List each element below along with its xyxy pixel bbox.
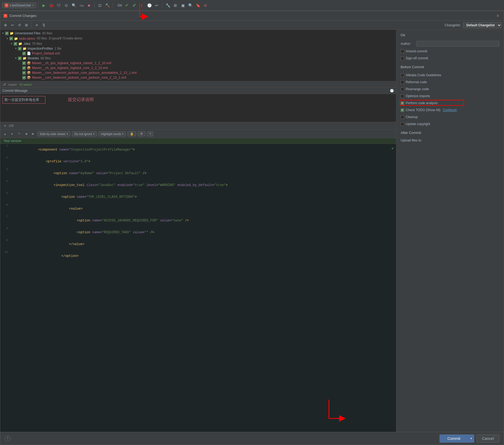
close-button[interactable]: ✕ bbox=[495, 13, 501, 19]
diff-edit-btn[interactable]: ✎ bbox=[16, 131, 22, 137]
project-dropdown-icon: ▾ bbox=[32, 4, 34, 7]
copyright-checkbox[interactable] bbox=[401, 122, 404, 126]
configure-link[interactable]: Configure bbox=[443, 108, 457, 112]
build-btn[interactable]: 🔨 bbox=[104, 2, 111, 9]
tree-count: 1 file bbox=[55, 47, 61, 50]
tree-item-maven1[interactable]: ▼ ✔ 📦 Maven__ch_qos_logback_logback_clas… bbox=[0, 61, 396, 65]
author-input[interactable] bbox=[416, 41, 499, 47]
split-btn[interactable]: ▣ bbox=[180, 2, 186, 9]
tree-item-libraries[interactable]: ▼ ✔ 📁 libraries 68 files bbox=[0, 56, 396, 61]
layout-btn[interactable]: ⊞ bbox=[172, 2, 179, 9]
tree-label: libraries bbox=[28, 56, 39, 60]
cleanup-checkbox[interactable] bbox=[401, 115, 404, 119]
commit-msg-header: Commit Message 🕐 bbox=[0, 88, 396, 94]
sort2-btn[interactable]: ⇅ bbox=[41, 22, 47, 28]
tree-arrow: ▼ bbox=[1, 32, 5, 35]
tree-item-redis-demo[interactable]: ▼ ✔ 📁 redis-demo 93 files D:\java学习\redi… bbox=[0, 36, 396, 41]
reformat-checkbox[interactable] bbox=[401, 81, 404, 84]
wrench-btn[interactable]: 🔧 bbox=[165, 2, 171, 9]
sign-off-checkbox[interactable] bbox=[401, 57, 404, 60]
changelist-label: Changelist: bbox=[445, 23, 461, 27]
changelist-select[interactable]: Default Changelist bbox=[463, 22, 502, 28]
highlight-select-btn[interactable]: Highlight words ▾ bbox=[99, 132, 126, 136]
sort-btn[interactable]: ≡ bbox=[34, 22, 40, 28]
checktodo-checkbox[interactable]: ✔ bbox=[401, 108, 404, 112]
git-label: Git: bbox=[117, 3, 122, 7]
ignore-select-btn[interactable]: Do not ignore ▾ bbox=[72, 132, 97, 136]
tree-checkbox[interactable]: ✔ bbox=[9, 37, 13, 40]
project-selector[interactable]: ✦ s.testSaveUser ▾ bbox=[2, 3, 36, 8]
commit-input-text[interactable]: 第一次提交到本地仓库 bbox=[2, 96, 45, 104]
tree-checkbox[interactable]: ✔ bbox=[22, 52, 26, 55]
tree-checkbox[interactable]: ✔ bbox=[22, 76, 26, 79]
line-content-2: <profile version="1.0"> bbox=[10, 156, 396, 167]
diff-content[interactable]: ✔ 1 <component name="InspectionProjectPr… bbox=[0, 144, 396, 432]
commit-button[interactable]: Commit bbox=[440, 435, 468, 443]
commit-dropdown-button[interactable]: ▾ bbox=[468, 435, 474, 443]
git-rollback-btn[interactable]: ↩ bbox=[154, 2, 160, 9]
help-button[interactable]: ? bbox=[5, 436, 10, 442]
branch-name: master bbox=[8, 83, 17, 86]
ant-btn[interactable]: 🐜 bbox=[78, 2, 85, 9]
tree-checkbox[interactable]: ✔ bbox=[22, 71, 26, 75]
profile-btn[interactable]: ⊙ bbox=[63, 2, 70, 9]
diff-collapse-btn[interactable]: ▼ bbox=[2, 123, 8, 129]
diff-prev-btn[interactable]: ◀ bbox=[23, 131, 29, 137]
code-line-4: 4 <inspection_tool class="JavaDoc" enabl… bbox=[0, 179, 396, 191]
tree-item-maven3[interactable]: ▼ ✔ 📦 Maven__com_fasterxml_jackson_core_… bbox=[0, 70, 396, 75]
bookmark-btn[interactable]: 🔖 bbox=[195, 2, 201, 9]
rearrange-checkbox[interactable] bbox=[401, 87, 404, 91]
git-green-check-btn[interactable]: ✔ bbox=[131, 2, 137, 9]
branch-icon: ⎇ bbox=[2, 83, 6, 86]
diff-next-btn[interactable]: ▶ bbox=[30, 131, 36, 137]
lock-btn[interactable]: 🔒 bbox=[128, 131, 136, 136]
git-section-title: Git bbox=[401, 33, 499, 37]
code-line-1: 1 <component name="InspectionProjectProf… bbox=[0, 144, 396, 156]
tree-checkbox[interactable]: ✔ bbox=[18, 57, 21, 60]
settings-btn[interactable]: ⚙ bbox=[138, 131, 145, 136]
magnify-btn[interactable]: 🔍 bbox=[187, 2, 194, 9]
folder-icon: 📁 bbox=[23, 47, 27, 50]
expand-all-btn[interactable]: ⊞ bbox=[23, 22, 29, 28]
git-check-btn[interactable]: ✔ bbox=[124, 2, 130, 9]
optimize-checkbox[interactable] bbox=[401, 94, 404, 98]
tree-checkbox[interactable]: ✔ bbox=[18, 47, 21, 50]
tree-checkbox[interactable]: ✔ bbox=[14, 42, 17, 46]
diff-title: Diff bbox=[9, 124, 14, 128]
tree-checkbox[interactable]: ✔ bbox=[22, 66, 26, 70]
perform-checkbox[interactable]: ✔ bbox=[401, 101, 404, 105]
search-btn[interactable]: 🔍 bbox=[71, 2, 77, 9]
run-btn[interactable]: ▶ bbox=[41, 2, 47, 9]
diff-up-btn[interactable]: ▲ bbox=[2, 131, 8, 137]
coverage2-btn[interactable]: ⊡ bbox=[97, 2, 103, 9]
tree-item-project-default[interactable]: ▼ ✔ 📄 Project_Default.xml bbox=[0, 51, 396, 56]
cancel-button[interactable]: Cancel bbox=[476, 435, 499, 443]
code-line-8: 8 <option name="REQUIRED_TAGS" value="" … bbox=[0, 227, 396, 238]
tree-item-idea[interactable]: ▼ ✔ 📁 .idea 75 files bbox=[0, 41, 396, 46]
tree-count: 75 files bbox=[32, 42, 42, 46]
git-push-btn[interactable]: ↑ bbox=[139, 2, 145, 9]
refresh-btn[interactable]: ↺ bbox=[16, 22, 22, 28]
diff-down-btn[interactable]: ▼ bbox=[9, 131, 15, 137]
tree-checkbox[interactable]: ✔ bbox=[5, 32, 9, 35]
line-num-8: 8 bbox=[0, 227, 10, 230]
tree-item-maven2[interactable]: ▼ ✔ 📦 Maven__ch_qos_logback_logback_core… bbox=[0, 65, 396, 70]
block-btn[interactable]: ⊘ bbox=[202, 2, 209, 9]
upload-files-row: Upload files to: bbox=[401, 138, 499, 142]
undo-btn[interactable]: ↩ bbox=[9, 22, 15, 28]
line-num-6: 6 bbox=[0, 203, 10, 206]
add-file-btn[interactable]: ⊕ bbox=[2, 22, 8, 28]
tree-item-inspection[interactable]: ▼ ✔ 📁 inspectionProfiles 1 file bbox=[0, 46, 396, 51]
amend-commit-checkbox[interactable] bbox=[401, 50, 404, 53]
help-inline-btn[interactable]: ? bbox=[147, 132, 153, 136]
tree-item-unversioned[interactable]: ▼ ✔ 📁 Unversioned Files 93 files bbox=[0, 31, 396, 36]
debug-btn[interactable]: 🐞 bbox=[48, 2, 55, 9]
dialog-content: ▼ ✔ 📁 Unversioned Files 93 files ▼ ✔ 📁 r… bbox=[0, 30, 504, 432]
stop-btn[interactable]: ■ bbox=[86, 2, 92, 9]
alibaba-checkbox[interactable] bbox=[401, 74, 404, 77]
tree-item-maven4[interactable]: ▼ ✔ 📦 Maven__com_fasterxml_jackson_core_… bbox=[0, 75, 396, 80]
viewer-select-btn[interactable]: Side-by-side viewer ▾ bbox=[37, 132, 70, 136]
git-history-btn[interactable]: 🕐 bbox=[146, 2, 153, 9]
tree-checkbox[interactable]: ✔ bbox=[22, 61, 26, 65]
coverage-btn[interactable]: 🛡 bbox=[56, 2, 62, 9]
